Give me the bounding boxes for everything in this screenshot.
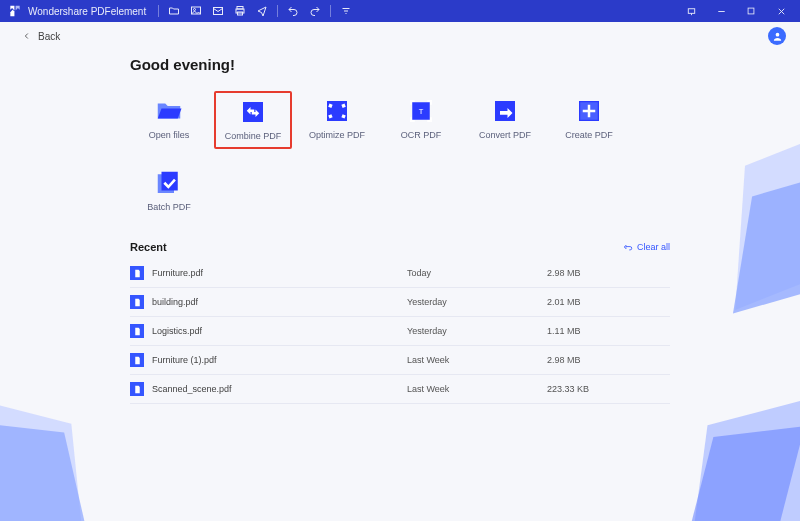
recent-row[interactable]: Logistics.pdfYesterday1.11 MB (130, 317, 670, 346)
toolbar-redo-icon[interactable] (304, 0, 326, 22)
file-size: 2.01 MB (547, 297, 670, 307)
recent-header: Recent Clear all (130, 241, 670, 253)
separator (330, 5, 331, 17)
decoration-shape (0, 393, 88, 521)
file-name: Logistics.pdf (152, 326, 407, 336)
tile-label: Convert PDF (479, 130, 531, 140)
file-date: Last Week (407, 355, 547, 365)
tile-convert-pdf[interactable]: Convert PDF (466, 91, 544, 149)
file-date: Yesterday (407, 326, 547, 336)
separator (158, 5, 159, 17)
clear-all-button[interactable]: Clear all (623, 242, 670, 252)
ocr-pdf-icon: T (406, 96, 436, 126)
clear-all-label: Clear all (637, 242, 670, 252)
toolbar-share-icon[interactable] (251, 0, 273, 22)
clear-icon (623, 242, 633, 252)
tile-label: Create PDF (565, 130, 613, 140)
titlebar: Wondershare PDFelement (0, 0, 800, 22)
file-size: 2.98 MB (547, 268, 670, 278)
back-row: Back (0, 22, 800, 46)
decoration-shape (680, 426, 800, 521)
tile-combine-pdf[interactable]: Combine PDF (214, 91, 292, 149)
file-name: Furniture (1).pdf (152, 355, 407, 365)
toolbar-open-icon[interactable] (163, 0, 185, 22)
decoration-shape (0, 422, 93, 521)
recent-title: Recent (130, 241, 167, 253)
file-name: Furniture.pdf (152, 268, 407, 278)
tile-label: Open files (149, 130, 190, 140)
decoration-shape (684, 389, 800, 521)
svg-point-1 (194, 9, 196, 11)
app-logo-icon (8, 4, 22, 18)
window-compact-button[interactable] (676, 0, 706, 22)
batch-pdf-icon (154, 168, 184, 198)
file-date: Yesterday (407, 297, 547, 307)
optimize-pdf-icon (322, 96, 352, 126)
tile-label: OCR PDF (401, 130, 442, 140)
toolbar-undo-icon[interactable] (282, 0, 304, 22)
pdf-file-icon (130, 295, 144, 309)
tile-batch-pdf[interactable]: Batch PDF (130, 163, 208, 221)
recent-row[interactable]: Furniture.pdfToday2.98 MB (130, 259, 670, 288)
pdf-file-icon (130, 266, 144, 280)
toolbar-mail-icon[interactable] (207, 0, 229, 22)
user-avatar-button[interactable] (768, 27, 786, 45)
combine-pdf-icon (238, 97, 268, 127)
tile-optimize-pdf[interactable]: Optimize PDF (298, 91, 376, 149)
window-close-button[interactable] (766, 0, 796, 22)
file-date: Today (407, 268, 547, 278)
svg-rect-17 (162, 172, 178, 191)
window-maximize-button[interactable] (736, 0, 766, 22)
tile-label: Combine PDF (225, 131, 282, 141)
recent-row[interactable]: Furniture (1).pdfLast Week2.98 MB (130, 346, 670, 375)
tile-create-pdf[interactable]: Create PDF (550, 91, 628, 149)
file-name: building.pdf (152, 297, 407, 307)
back-button[interactable]: Back (22, 31, 60, 42)
svg-point-8 (775, 32, 779, 36)
recent-list: Furniture.pdfToday2.98 MBbuilding.pdfYes… (130, 259, 670, 404)
greeting-title: Good evening! (130, 56, 670, 73)
file-size: 2.98 MB (547, 355, 670, 365)
pdf-file-icon (130, 353, 144, 367)
toolbar-print-icon[interactable] (229, 0, 251, 22)
action-tiles-row: Open filesCombine PDFOptimize PDFTOCR PD… (130, 91, 670, 149)
back-label: Back (38, 31, 60, 42)
pdf-file-icon (130, 324, 144, 338)
tile-label: Batch PDF (147, 202, 191, 212)
create-pdf-icon (574, 96, 604, 126)
file-size: 1.11 MB (547, 326, 670, 336)
file-date: Last Week (407, 384, 547, 394)
recent-row[interactable]: building.pdfYesterday2.01 MB (130, 288, 670, 317)
separator (277, 5, 278, 17)
svg-text:T: T (419, 107, 424, 116)
pdf-file-icon (130, 382, 144, 396)
file-name: Scanned_scene.pdf (152, 384, 407, 394)
app-name: Wondershare PDFelement (28, 6, 146, 17)
toolbar-image-icon[interactable] (185, 0, 207, 22)
tile-label: Optimize PDF (309, 130, 365, 140)
svg-rect-6 (688, 8, 694, 13)
recent-row[interactable]: Scanned_scene.pdfLast Week223.33 KB (130, 375, 670, 404)
arrow-left-icon (22, 31, 32, 41)
user-icon (772, 31, 783, 42)
open-files-icon (154, 96, 184, 126)
tile-open-files[interactable]: Open files (130, 91, 208, 149)
svg-rect-7 (748, 8, 754, 14)
file-size: 223.33 KB (547, 384, 670, 394)
convert-pdf-icon (490, 96, 520, 126)
tile-ocr-pdf[interactable]: TOCR PDF (382, 91, 460, 149)
window-minimize-button[interactable] (706, 0, 736, 22)
action-tiles-row-2: Batch PDF (130, 163, 670, 221)
content-area: Good evening! Open filesCombine PDFOptim… (0, 46, 800, 404)
toolbar-customize-icon[interactable] (335, 0, 357, 22)
